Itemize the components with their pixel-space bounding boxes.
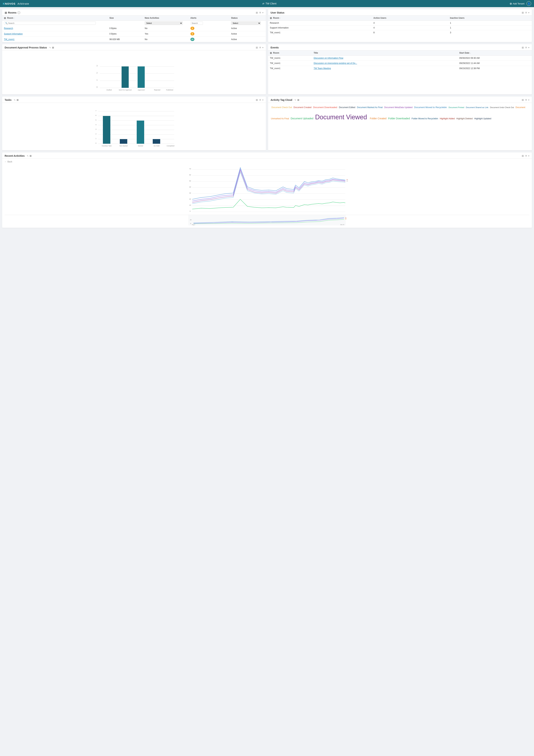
tag-item[interactable]: Document Uploaded bbox=[291, 117, 314, 120]
tag-item[interactable]: Document Printed bbox=[448, 106, 465, 108]
us-cell-inactive: 3 bbox=[448, 30, 532, 35]
events-title-link[interactable]: TW Team Meeting bbox=[314, 67, 331, 69]
rooms-cell-new-activities: No bbox=[143, 37, 189, 42]
us-cell-active: 4 bbox=[372, 21, 448, 25]
user-status-header-row: ▦ Room ↑ Active Users Inactive Users bbox=[268, 15, 532, 21]
exchange-icon: ⇄ bbox=[262, 2, 264, 5]
events-header-row: ▦ Room Title Start Date ↓ bbox=[268, 50, 532, 56]
ra-menu-icon[interactable]: ≡ bbox=[525, 154, 527, 157]
tag-item[interactable]: Document Marked As Final bbox=[357, 106, 383, 109]
tag-item[interactable]: Folder Downloaded bbox=[388, 117, 411, 120]
events-table-icon: ▦ bbox=[270, 52, 272, 54]
events-title-link[interactable]: Discussion on Information Flow bbox=[314, 57, 343, 59]
user-status-menu-icon[interactable]: ≡ bbox=[525, 11, 527, 14]
ra-chart-icon: ∿ bbox=[27, 154, 29, 157]
doc-approval-chevron-icon[interactable]: ▾ bbox=[262, 46, 264, 49]
recent-activities-title: Recent Activities ∿ ▦ bbox=[5, 154, 32, 157]
svg-text:Not Started: Not Started bbox=[119, 145, 128, 147]
rooms-card-actions: ⊞ ≡ ▾ bbox=[256, 11, 264, 14]
events-title-link[interactable]: Discussion on improvising existing set o… bbox=[314, 62, 357, 65]
tag-item[interactable]: Folder Moved to Recyclebin bbox=[412, 117, 439, 120]
us-cell-active: 4 bbox=[372, 25, 448, 30]
tasks-expand-icon[interactable]: ⊞ bbox=[256, 98, 258, 101]
activity-tag-cloud-title: Activity Tag Cloud ∿ ▦ bbox=[270, 98, 299, 101]
tag-item[interactable]: Document Check Out bbox=[271, 106, 292, 109]
user-status-col-room: ▦ Room ↑ bbox=[268, 15, 372, 21]
sort-icon-start-date[interactable]: ↓ bbox=[470, 52, 471, 54]
rooms-room-link[interactable]: Research bbox=[4, 27, 13, 30]
sort-icon-us-room[interactable]: ↑ bbox=[280, 17, 281, 19]
alert-badge: 0 bbox=[191, 27, 194, 30]
tasks-chevron-icon[interactable]: ▾ bbox=[262, 99, 264, 101]
doc-approval-expand-icon[interactable]: ⊞ bbox=[256, 46, 258, 49]
us-cell-inactive: 1 bbox=[448, 21, 532, 25]
sort-icon-room[interactable]: ↑ bbox=[14, 17, 15, 19]
back-button[interactable]: ← Back bbox=[5, 160, 529, 163]
tag-item[interactable]: Document Undo Check Out bbox=[490, 106, 515, 108]
rooms-filter-new-activities-select[interactable]: Select Yes No bbox=[145, 21, 183, 25]
rooms-title-text: Rooms bbox=[8, 11, 16, 14]
rooms-cell-status: Active bbox=[229, 31, 266, 37]
rooms-cell-room: Support Information bbox=[2, 31, 108, 37]
events-menu-icon[interactable]: ≡ bbox=[525, 46, 527, 49]
tag-item[interactable]: Document Created bbox=[293, 106, 312, 109]
events-cell-title: TW Team Meeting bbox=[312, 66, 457, 71]
tag-item[interactable]: Folder Created bbox=[370, 117, 387, 120]
tag-item[interactable]: Document Moved to Recyclebin bbox=[414, 106, 447, 109]
events-chevron-icon[interactable]: ▾ bbox=[528, 46, 529, 49]
svg-text:Nov 11: Nov 11 bbox=[298, 213, 303, 214]
rooms-expand-icon[interactable]: ⊞ bbox=[256, 11, 258, 14]
rooms-alerts-search-input[interactable] bbox=[191, 21, 203, 25]
user-status-table-row: Research 4 1 bbox=[268, 21, 532, 25]
activity-tag-cloud-card: Activity Tag Cloud ∿ ▦ ⊞ ≡ ▾ Document Ch… bbox=[268, 96, 532, 150]
middle-row: Document Approval Process Status ∿ ▦ ⊞ ≡… bbox=[2, 44, 532, 94]
ra-table-icon: ▦ bbox=[30, 154, 32, 157]
tag-item[interactable]: Highlight Added bbox=[440, 117, 455, 120]
doc-approval-card: Document Approval Process Status ∿ ▦ ⊞ ≡… bbox=[2, 44, 266, 94]
rooms-filter-status-select[interactable]: Select Active bbox=[231, 21, 261, 25]
tasks-menu-icon[interactable]: ≡ bbox=[259, 98, 261, 101]
us-cell-room: Support Information bbox=[268, 25, 372, 30]
svg-text:4: 4 bbox=[95, 124, 96, 125]
atc-menu-icon[interactable]: ≡ bbox=[525, 98, 527, 101]
atc-chevron-icon[interactable]: ▾ bbox=[528, 99, 529, 101]
ra-expand-icon[interactable]: ⊞ bbox=[522, 154, 524, 157]
ra-chevron-icon[interactable]: ▾ bbox=[528, 155, 529, 157]
doc-approval-menu-icon[interactable]: ≡ bbox=[259, 46, 261, 49]
tag-item[interactable]: Document Edited bbox=[339, 106, 356, 109]
svg-rect-34 bbox=[103, 116, 110, 144]
svg-text:Dec 11: Dec 11 bbox=[331, 213, 335, 214]
rooms-card-header: ▦ Rooms i ⊞ ≡ ▾ bbox=[2, 9, 266, 15]
user-status-title-text: User Status bbox=[270, 11, 285, 14]
logo: KNOVOS Arbitrate bbox=[3, 2, 29, 5]
tasks-title-text: Tasks bbox=[5, 98, 12, 101]
rooms-menu-icon[interactable]: ≡ bbox=[259, 11, 261, 14]
doc-approval-chart-icon: ∿ bbox=[49, 46, 51, 49]
events-card-body: ▦ Room Title Start Date ↓ TW_room1 Discu… bbox=[268, 50, 532, 71]
rooms-room-link[interactable]: TW_room1 bbox=[4, 38, 14, 40]
events-col-room: ▦ Room bbox=[268, 50, 312, 56]
user-status-expand-icon[interactable]: ⊞ bbox=[522, 11, 524, 14]
rooms-chevron-icon[interactable]: ▾ bbox=[262, 12, 264, 14]
tag-item[interactable]: Document Viewed bbox=[315, 114, 369, 121]
main-content: ▦ Rooms i ⊞ ≡ ▾ ▦ bbox=[0, 7, 534, 230]
tag-item[interactable]: Highlight Deleted bbox=[456, 117, 473, 120]
svg-rect-10 bbox=[138, 67, 145, 88]
rooms-info-icon[interactable]: i bbox=[17, 11, 20, 14]
svg-text:Sent For Approval: Sent For Approval bbox=[119, 89, 132, 91]
tag-item[interactable]: Document MetaData Updated bbox=[384, 106, 413, 109]
add-tenant-button[interactable]: ⊕ Add Tenant bbox=[510, 2, 524, 5]
svg-text:20: 20 bbox=[189, 198, 191, 200]
atc-expand-icon[interactable]: ⊞ bbox=[522, 98, 524, 101]
svg-text:Approved: Approved bbox=[138, 89, 145, 91]
user-account-button[interactable]: 👤 bbox=[526, 1, 531, 6]
events-expand-icon[interactable]: ⊞ bbox=[522, 46, 524, 49]
rooms-search-input[interactable] bbox=[4, 21, 96, 25]
user-status-chevron-icon[interactable]: ▾ bbox=[528, 12, 529, 14]
tag-item[interactable]: Highlight Updated bbox=[474, 117, 491, 120]
tag-item[interactable]: Document Downloaded bbox=[313, 106, 338, 109]
us-cell-room: TW_room1 bbox=[268, 30, 372, 35]
tag-item[interactable]: Document Shared as Link bbox=[466, 106, 489, 108]
rooms-room-link[interactable]: Support Information bbox=[4, 33, 23, 35]
user-status-title: User Status bbox=[270, 11, 285, 14]
